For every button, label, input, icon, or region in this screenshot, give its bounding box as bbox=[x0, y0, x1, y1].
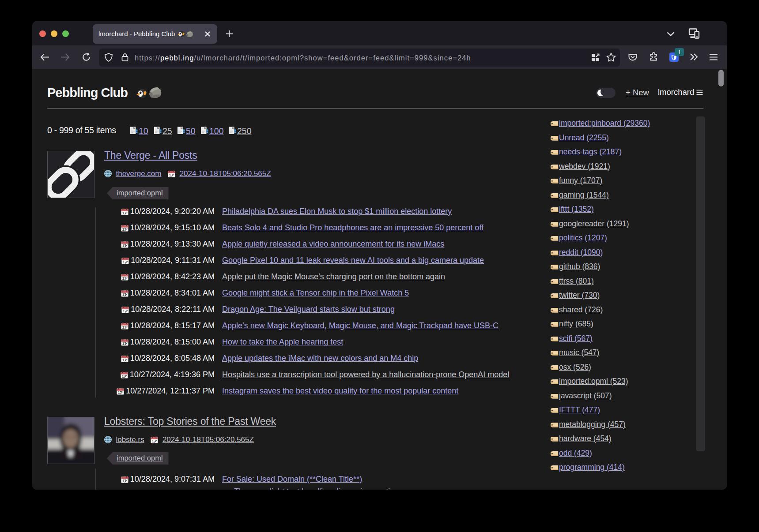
svg-text:1: 1 bbox=[678, 49, 681, 56]
